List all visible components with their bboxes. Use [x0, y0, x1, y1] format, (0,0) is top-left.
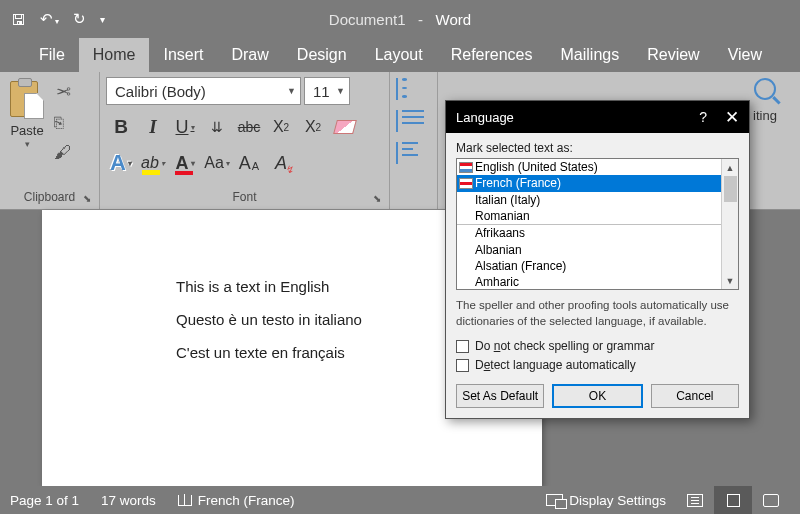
- redo-icon[interactable]: ↻: [73, 10, 86, 28]
- ribbon-tabs: File Home Insert Draw Design Layout Refe…: [0, 38, 800, 72]
- find-icon[interactable]: [754, 78, 776, 100]
- align-icon[interactable]: [396, 142, 424, 164]
- language-option[interactable]: Amharic: [457, 274, 738, 290]
- help-icon[interactable]: ?: [699, 109, 707, 125]
- format-painter-icon[interactable]: 🖌: [54, 143, 71, 163]
- app-name: Word: [436, 11, 472, 28]
- web-layout-button[interactable]: [752, 486, 790, 514]
- cancel-button[interactable]: Cancel: [651, 384, 739, 408]
- paste-label: Paste: [10, 123, 43, 138]
- tab-draw[interactable]: Draw: [217, 38, 282, 72]
- grow-font-button[interactable]: AA: [234, 149, 264, 177]
- tab-layout[interactable]: Layout: [361, 38, 437, 72]
- checkbox-icon: [456, 340, 469, 353]
- font-group-label: Font ⬊: [106, 187, 383, 209]
- cut-icon[interactable]: ✂: [54, 81, 71, 103]
- tab-insert[interactable]: Insert: [149, 38, 217, 72]
- language-list[interactable]: English (United States)French (France)It…: [456, 158, 739, 290]
- read-mode-button[interactable]: [676, 486, 714, 514]
- language-dialog: Language ? ✕ Mark selected text as: Engl…: [445, 100, 750, 419]
- tab-file[interactable]: File: [25, 38, 79, 72]
- font-launcher-icon[interactable]: ⬊: [373, 193, 381, 204]
- tab-design[interactable]: Design: [283, 38, 361, 72]
- clipboard-group: Paste ▾ ✂ ⎘ 🖌 Clipboard ⬊: [0, 72, 100, 209]
- clipboard-group-label: Clipboard ⬊: [6, 187, 93, 209]
- bold-button[interactable]: B: [106, 113, 136, 141]
- highlight-button[interactable]: ab▾: [138, 149, 168, 177]
- dialog-titlebar[interactable]: Language ? ✕: [446, 101, 749, 133]
- page-count[interactable]: Page 1 of 1: [10, 493, 79, 508]
- paste-button[interactable]: Paste ▾: [6, 77, 48, 149]
- eraser-icon: [333, 120, 357, 134]
- tab-view[interactable]: View: [714, 38, 776, 72]
- title-bar: 🖫 ↶▾ ↻ ▾ Document1 - Word: [0, 0, 800, 38]
- ok-button[interactable]: OK: [552, 384, 642, 408]
- double-underline-button[interactable]: ⇊: [202, 113, 232, 141]
- dialog-info: The speller and other proofing tools aut…: [456, 298, 739, 329]
- scrollbar[interactable]: ▲ ▼: [721, 159, 738, 289]
- scroll-thumb[interactable]: [724, 176, 737, 202]
- print-layout-icon: [727, 494, 740, 507]
- clipboard-launcher-icon[interactable]: ⬊: [83, 193, 91, 204]
- font-size-combo[interactable]: 11 ▼: [304, 77, 350, 105]
- font-name-value: Calibri (Body): [115, 83, 206, 100]
- mark-label: Mark selected text as:: [456, 141, 739, 155]
- change-case-button[interactable]: Aa▾: [202, 149, 232, 177]
- bullets-icon[interactable]: [396, 78, 424, 100]
- qat-customize-icon[interactable]: ▾: [100, 14, 105, 25]
- paste-icon: [10, 79, 44, 119]
- set-default-button[interactable]: Set As Default: [456, 384, 544, 408]
- language-option[interactable]: French (France): [457, 175, 738, 191]
- font-name-combo[interactable]: Calibri (Body) ▼: [106, 77, 301, 105]
- close-icon[interactable]: ✕: [725, 107, 739, 128]
- status-bar: Page 1 of 1 17 words French (France) Dis…: [0, 486, 800, 514]
- paste-dropdown-icon[interactable]: ▾: [25, 139, 30, 149]
- print-layout-button[interactable]: [714, 486, 752, 514]
- read-mode-icon: [687, 494, 703, 507]
- language-status[interactable]: French (France): [178, 493, 295, 508]
- no-spellcheck-checkbox[interactable]: Do not check spelling or grammar: [456, 339, 739, 353]
- display-settings-icon: [546, 494, 563, 506]
- subscript-button[interactable]: X2: [266, 113, 296, 141]
- scroll-down-icon[interactable]: ▼: [722, 272, 738, 289]
- font-color-button[interactable]: A▾: [170, 149, 200, 177]
- chevron-down-icon: ▼: [281, 86, 296, 96]
- quick-access-toolbar: 🖫 ↶▾ ↻ ▾: [11, 10, 105, 28]
- language-option[interactable]: Romanian: [457, 208, 738, 224]
- numbering-icon[interactable]: [396, 110, 424, 132]
- font-group: Calibri (Body) ▼ 11 ▼ B I U▾ ⇊ abc X2 X2…: [100, 72, 390, 209]
- font-size-value: 11: [313, 83, 330, 100]
- save-icon[interactable]: 🖫: [11, 11, 26, 28]
- language-option[interactable]: English (United States): [457, 159, 738, 175]
- undo-icon[interactable]: ↶▾: [40, 10, 59, 28]
- text-effects-button[interactable]: A▾: [106, 149, 136, 177]
- language-icon: [178, 495, 192, 506]
- paragraph-group: [390, 72, 438, 209]
- language-option[interactable]: Afrikaans: [457, 225, 738, 241]
- strikethrough-button[interactable]: abc: [234, 113, 264, 141]
- chevron-down-icon: ▼: [330, 86, 345, 96]
- word-count[interactable]: 17 words: [101, 493, 156, 508]
- editing-label: iting: [753, 108, 777, 123]
- language-option[interactable]: Italian (Italy): [457, 192, 738, 208]
- clear-formatting-button[interactable]: [330, 113, 360, 141]
- tab-home[interactable]: Home: [79, 38, 150, 72]
- web-layout-icon: [763, 494, 779, 507]
- language-option[interactable]: Albanian: [457, 241, 738, 257]
- dialog-title: Language: [456, 110, 514, 125]
- superscript-button[interactable]: X2: [298, 113, 328, 141]
- language-option[interactable]: Alsatian (France): [457, 258, 738, 274]
- display-settings-button[interactable]: Display Settings: [546, 493, 666, 508]
- tab-mailings[interactable]: Mailings: [547, 38, 634, 72]
- document-name: Document1: [329, 11, 406, 28]
- scroll-up-icon[interactable]: ▲: [722, 159, 738, 176]
- tab-references[interactable]: References: [437, 38, 547, 72]
- italic-button[interactable]: I: [138, 113, 168, 141]
- window-title: Document1 - Word: [0, 11, 800, 28]
- underline-button[interactable]: U▾: [170, 113, 200, 141]
- tab-review[interactable]: Review: [633, 38, 713, 72]
- checkbox-icon: [456, 359, 469, 372]
- copy-icon[interactable]: ⎘: [54, 114, 71, 132]
- clear-all-button[interactable]: A↯: [266, 149, 296, 177]
- detect-language-checkbox[interactable]: Detect language automatically: [456, 358, 739, 372]
